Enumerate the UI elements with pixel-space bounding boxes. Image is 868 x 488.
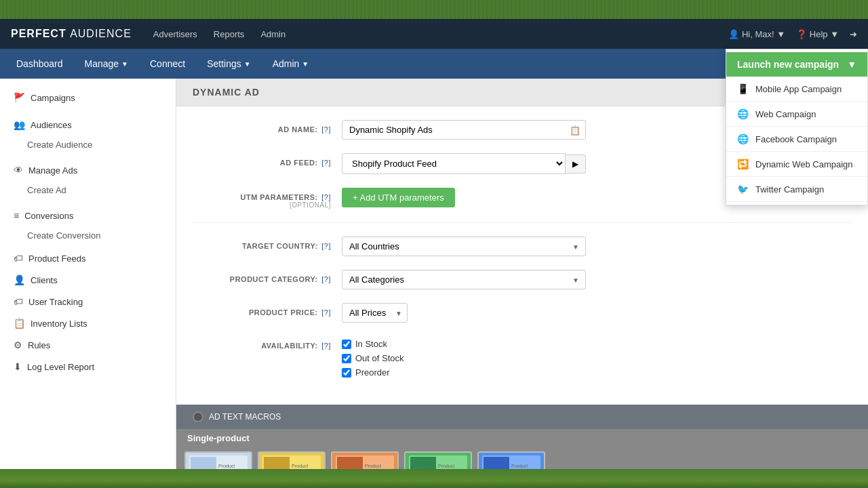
preorder-checkbox[interactable] (342, 368, 351, 378)
sidebar-item-product-feeds[interactable]: 🏷 Product Feeds (0, 247, 176, 269)
out-of-stock-checkbox[interactable] (342, 354, 351, 363)
availability-control: In Stock Out of Stock Preorder (342, 336, 586, 378)
availability-in-stock[interactable]: In Stock (342, 339, 586, 349)
target-country-row: TARGET COUNTRY: [?] All Countries (193, 237, 852, 256)
availability-label: AVAILABILITY: [?] (193, 336, 342, 350)
product-category-help[interactable]: [?] (321, 275, 331, 283)
add-utm-button[interactable]: + Add UTM parameters (342, 188, 455, 207)
nav-admin[interactable]: Admin (260, 29, 285, 39)
help-link[interactable]: ❓ Help ▼ (796, 29, 839, 39)
dropdown-twitter[interactable]: 🐦 Twitter Campaign (726, 177, 867, 202)
template-card-3[interactable]: Product (331, 451, 399, 469)
in-stock-checkbox[interactable] (342, 340, 351, 349)
svg-text:Product: Product (511, 464, 528, 468)
sidebar-item-inventory-lists[interactable]: 📋 Inventory Lists (0, 312, 176, 334)
sidebar: 🚩 Campaigns 👥 Audiences Create Audience … (0, 79, 176, 469)
product-category-control: All Categories (342, 270, 586, 289)
target-country-control: All Countries (342, 237, 586, 256)
grass-bottom (0, 469, 868, 488)
feed-select-arrow[interactable]: ▶ (566, 155, 586, 174)
sidebar-item-audiences[interactable]: 👥 Audiences (0, 114, 176, 136)
main-nav-items: Dashboard Manage ▼ Connect Settings ▼ Ad… (5, 49, 727, 79)
grass-top (0, 0, 868, 19)
dropdown-mobile-app[interactable]: 📱 Mobile App Campaign (726, 77, 867, 102)
availability-row: AVAILABILITY: [?] In Stock Out of Stock (193, 336, 852, 378)
clipboard-icon[interactable]: 📋 (570, 125, 580, 135)
svg-rect-1 (191, 457, 216, 470)
svg-rect-19 (410, 457, 436, 470)
sidebar-section-audiences: 👥 Audiences Create Audience (0, 111, 176, 157)
sidebar-item-user-tracking[interactable]: 🏷 User Tracking (0, 291, 176, 312)
user-greeting[interactable]: 👤 Hi, Max! ▼ (728, 29, 785, 39)
sidebar-item-campaigns[interactable]: 🚩 Campaigns (0, 87, 176, 108)
template-card-5[interactable]: Product (477, 451, 545, 469)
ad-name-input[interactable] (342, 120, 586, 140)
svg-text:Product: Product (365, 464, 381, 468)
product-category-wrapper: All Categories (342, 270, 586, 289)
template-card-4[interactable]: Product (404, 451, 472, 469)
product-price-select[interactable]: All Prices (342, 303, 408, 323)
utm-optional: [OPTIONAL] (193, 201, 331, 209)
inventory-icon: 📋 (14, 318, 25, 329)
top-nav: PERFECT AUDIENCE Advertisers Reports Adm… (0, 19, 868, 49)
sidebar-item-log-level[interactable]: ⬇ Log Level Report (0, 356, 176, 378)
logo: PERFECT AUDIENCE (11, 28, 132, 40)
product-price-control: All Prices (342, 303, 586, 323)
dropdown-header: Launch new campaign ▼ (726, 52, 867, 77)
availability-out-of-stock[interactable]: Out of Stock (342, 353, 586, 363)
nav-connect[interactable]: Connect (139, 49, 196, 79)
ad-text-macros-section: AD TEXT MACROS (176, 405, 868, 429)
product-price-row: PRODUCT PRICE: [?] All Prices (193, 303, 852, 323)
ad-name-help[interactable]: [?] (321, 125, 331, 134)
main-nav: Dashboard Manage ▼ Connect Settings ▼ Ad… (0, 49, 868, 79)
nav-advertisers[interactable]: Advertisers (153, 29, 197, 39)
ad-text-macros-label[interactable]: AD TEXT MACROS (209, 412, 281, 422)
dropdown-web-campaign[interactable]: 🌐 Web Campaign (726, 102, 867, 127)
logout-icon[interactable]: ➜ (850, 29, 857, 39)
availability-preorder[interactable]: Preorder (342, 367, 586, 378)
template-card-1[interactable]: Product (184, 451, 252, 469)
nav-reports[interactable]: Reports (214, 29, 245, 39)
sidebar-item-create-conversion[interactable]: Create Conversion (0, 226, 176, 245)
availability-checkboxes: In Stock Out of Stock Preorder (342, 336, 586, 378)
svg-rect-7 (264, 457, 290, 470)
dynamic-icon: 🔁 (737, 159, 749, 169)
sidebar-section-campaigns: 🚩 Campaigns (0, 84, 176, 111)
sidebar-item-clients[interactable]: 👤 Clients (0, 269, 176, 291)
templates-header: Single-product (176, 429, 868, 446)
sidebar-item-rules[interactable]: ⚙ Rules (0, 334, 176, 356)
nav-admin[interactable]: Admin ▼ (262, 49, 320, 79)
radio-dot (193, 411, 203, 422)
sidebar-section-conversions: ≡ Conversions Create Conversion (0, 202, 176, 247)
dropdown-facebook-campaign[interactable]: 🌐 Facebook Campaign (726, 127, 867, 152)
product-price-help[interactable]: [?] (321, 308, 331, 317)
svg-text:Product: Product (218, 464, 235, 468)
nav-dashboard[interactable]: Dashboard (5, 49, 74, 79)
dropdown-dynamic-web[interactable]: 🔁 Dynamic Web Campaign (726, 152, 867, 177)
nav-manage[interactable]: Manage ▼ (74, 49, 140, 79)
sidebar-item-manage-ads[interactable]: 👁 Manage Ads (0, 159, 176, 181)
availability-help[interactable]: [?] (321, 342, 331, 350)
product-category-label: PRODUCT CATEGORY: [?] (193, 270, 342, 283)
sidebar-item-create-ad[interactable]: Create Ad (0, 181, 176, 199)
product-category-select[interactable]: All Categories (342, 270, 586, 289)
sidebar-item-create-audience[interactable]: Create Audience (0, 136, 176, 154)
utm-help[interactable]: [?] (321, 193, 331, 201)
target-country-select[interactable]: All Countries (342, 237, 586, 256)
ad-name-control: 📋 (342, 120, 586, 140)
svg-rect-13 (337, 457, 363, 470)
flag-icon: 🚩 (14, 92, 25, 103)
target-country-help[interactable]: [?] (321, 242, 331, 250)
ad-feed-select[interactable]: Shopify Product Feed (342, 153, 566, 174)
facebook-icon: 🌐 (737, 134, 749, 144)
ad-name-label: AD NAME: [?] (193, 120, 342, 134)
template-card-2[interactable]: Product (258, 451, 326, 469)
ad-feed-help[interactable]: [?] (321, 159, 331, 167)
product-category-row: PRODUCT CATEGORY: [?] All Categories (193, 270, 852, 289)
nav-settings[interactable]: Settings ▼ (196, 49, 262, 79)
product-price-wrapper: All Prices (342, 303, 408, 323)
web-icon: 🌐 (737, 108, 749, 119)
sidebar-item-conversions[interactable]: ≡ Conversions (0, 205, 176, 226)
target-country-wrapper: All Countries (342, 237, 586, 256)
bars-icon: ≡ (14, 210, 19, 221)
